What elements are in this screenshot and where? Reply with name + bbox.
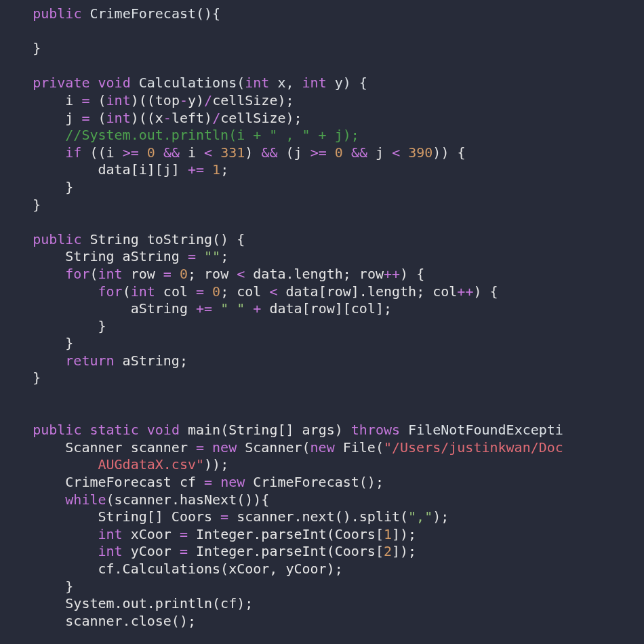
string-path-cont: AUGdataX.csv"	[98, 456, 205, 472]
code-line: int xCoor = Integer.parseInt(Coors[1]);	[0, 526, 416, 542]
code-editor[interactable]: public CrimeForecast(){ } private void C…	[0, 5, 644, 630]
code-line: while(scanner.hasNext()){	[0, 491, 269, 508]
comment: //System.out.println(i + " , " + j);	[65, 127, 359, 143]
code-line: System.out.println(cf);	[0, 595, 253, 611]
code-line: }	[0, 369, 41, 386]
code-line: int yCoor = Integer.parseInt(Coors[2]);	[0, 543, 416, 559]
code-line: j = (int)((x-left)/cellSize);	[0, 110, 302, 126]
code-line: i = (int)((top-y)/cellSize);	[0, 92, 294, 108]
code-line: Scanner scanner = new Scanner(new File("…	[0, 439, 563, 456]
code-line: }	[0, 318, 106, 334]
code-line: for(int row = 0; row < data.length; row+…	[0, 266, 424, 282]
code-line: }	[0, 335, 73, 351]
code-line: AUGdataX.csv"));	[0, 456, 228, 472]
code-line: CrimeForecast cf = new CrimeForecast();	[0, 474, 384, 490]
code-line: public String toString() {	[0, 231, 245, 247]
code-line: private void Calculations(int x, int y) …	[0, 75, 367, 91]
code-line: scanner.close();	[0, 613, 196, 629]
code-line: }	[0, 179, 73, 195]
keyword-public: public	[33, 5, 81, 22]
code-line: //System.out.println(i + " , " + j);	[0, 127, 359, 143]
code-line: return aString;	[0, 353, 188, 369]
code-line: data[i][j] += 1;	[0, 161, 228, 178]
code-line: String aString = "";	[0, 248, 228, 264]
code-line: String[] Coors = scanner.next().split(",…	[0, 508, 449, 525]
code-line: for(int col = 0; col < data[row].length;…	[0, 283, 498, 300]
code-line: cf.Calculations(xCoor, yCoor);	[0, 561, 343, 577]
code-line: public CrimeForecast(){	[0, 5, 220, 22]
code-line: }	[0, 40, 41, 56]
code-line: public static void main(String[] args) t…	[0, 422, 563, 438]
code-line: }	[0, 197, 41, 213]
code-line: }	[0, 578, 73, 595]
code-line: if ((i >= 0 && i < 331) && (j >= 0 && j …	[0, 144, 466, 161]
string-path: "/Users/justinkwan/Doc	[384, 439, 563, 456]
code-line: aString += " " + data[row][col];	[0, 300, 392, 317]
